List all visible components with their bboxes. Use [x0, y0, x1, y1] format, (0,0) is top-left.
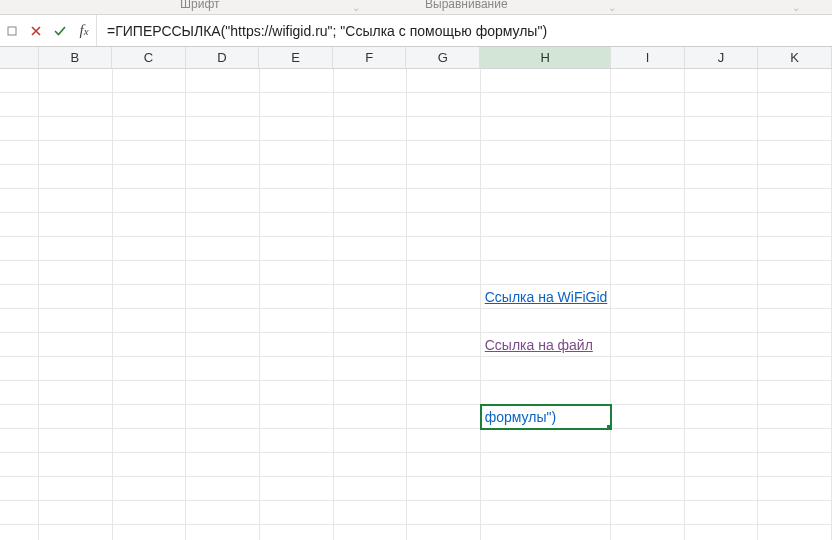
cell[interactable] [758, 477, 832, 501]
cell[interactable] [611, 501, 685, 525]
col-header-b[interactable]: B [39, 47, 113, 68]
col-header-e[interactable]: E [259, 47, 333, 68]
cell[interactable] [260, 405, 334, 429]
cell[interactable] [39, 309, 113, 333]
cell[interactable] [113, 405, 187, 429]
cell[interactable] [685, 381, 759, 405]
cell[interactable] [186, 405, 260, 429]
cell[interactable] [0, 117, 39, 141]
cell[interactable] [758, 501, 832, 525]
cell[interactable] [334, 285, 408, 309]
cell[interactable] [481, 429, 611, 453]
col-header-k[interactable]: K [758, 47, 832, 68]
cell[interactable] [407, 93, 481, 117]
cell[interactable] [685, 141, 759, 165]
cell[interactable] [481, 165, 611, 189]
cell[interactable] [758, 165, 832, 189]
cell[interactable] [611, 381, 685, 405]
cell[interactable] [758, 429, 832, 453]
cell[interactable] [407, 165, 481, 189]
cell[interactable] [260, 381, 334, 405]
cell[interactable] [685, 429, 759, 453]
cell[interactable] [260, 69, 334, 93]
cell[interactable] [186, 501, 260, 525]
cell[interactable] [758, 141, 832, 165]
cell[interactable] [685, 237, 759, 261]
cell[interactable] [611, 333, 685, 357]
cell[interactable] [685, 333, 759, 357]
cell[interactable] [758, 525, 832, 540]
cell[interactable] [407, 285, 481, 309]
cell[interactable] [0, 285, 39, 309]
cell[interactable] [685, 69, 759, 93]
cell[interactable] [407, 501, 481, 525]
cell[interactable] [685, 117, 759, 141]
cell[interactable] [186, 453, 260, 477]
cell[interactable] [407, 333, 481, 357]
cell[interactable] [611, 93, 685, 117]
cell[interactable] [481, 117, 611, 141]
cell[interactable] [260, 357, 334, 381]
cell[interactable] [611, 237, 685, 261]
col-header-g[interactable]: G [406, 47, 480, 68]
cell[interactable] [334, 357, 408, 381]
cell[interactable] [113, 333, 187, 357]
cell[interactable] [0, 189, 39, 213]
cell[interactable] [39, 405, 113, 429]
cell[interactable] [758, 93, 832, 117]
cell[interactable] [334, 117, 408, 141]
cell[interactable] [39, 141, 113, 165]
cell[interactable] [113, 381, 187, 405]
col-header[interactable] [0, 47, 39, 68]
cell[interactable] [407, 261, 481, 285]
cell[interactable] [0, 141, 39, 165]
active-cell[interactable]: формулы") [481, 405, 611, 429]
cell[interactable] [481, 309, 611, 333]
insert-function-button[interactable]: fx [72, 15, 96, 47]
cell[interactable] [113, 285, 187, 309]
cell[interactable] [0, 165, 39, 189]
cell[interactable] [39, 285, 113, 309]
cell[interactable] [685, 309, 759, 333]
cell[interactable] [39, 357, 113, 381]
cell[interactable] [758, 189, 832, 213]
cell[interactable] [334, 429, 408, 453]
cell[interactable] [39, 165, 113, 189]
cell[interactable] [481, 381, 611, 405]
cell[interactable] [481, 525, 611, 540]
cell[interactable] [685, 525, 759, 540]
cell[interactable] [611, 525, 685, 540]
cell[interactable] [758, 405, 832, 429]
cell[interactable] [186, 333, 260, 357]
cell[interactable] [0, 93, 39, 117]
hyperlink-visited-cell[interactable]: Ссылка на файл [481, 333, 611, 357]
col-header-j[interactable]: J [685, 47, 759, 68]
cell[interactable] [334, 381, 408, 405]
cell[interactable] [113, 261, 187, 285]
cell[interactable] [334, 405, 408, 429]
cell[interactable] [758, 309, 832, 333]
cell[interactable] [113, 141, 187, 165]
cell[interactable] [186, 525, 260, 540]
cell[interactable] [407, 213, 481, 237]
cell[interactable] [481, 213, 611, 237]
cell[interactable] [186, 429, 260, 453]
cell[interactable] [481, 501, 611, 525]
cell[interactable] [0, 381, 39, 405]
formula-enter-button[interactable] [48, 15, 72, 47]
cell[interactable] [186, 237, 260, 261]
cell[interactable] [407, 429, 481, 453]
cell[interactable] [39, 525, 113, 540]
cell[interactable] [0, 237, 39, 261]
cell[interactable] [186, 261, 260, 285]
cell[interactable] [113, 213, 187, 237]
cell[interactable] [611, 309, 685, 333]
cell[interactable] [685, 213, 759, 237]
cell[interactable] [685, 477, 759, 501]
cell[interactable] [334, 141, 408, 165]
col-header-h[interactable]: H [480, 47, 611, 68]
cell[interactable] [113, 501, 187, 525]
hyperlink-cell[interactable]: Ссылка на WiFiGid [481, 285, 611, 309]
cell[interactable] [685, 357, 759, 381]
cell[interactable] [260, 309, 334, 333]
